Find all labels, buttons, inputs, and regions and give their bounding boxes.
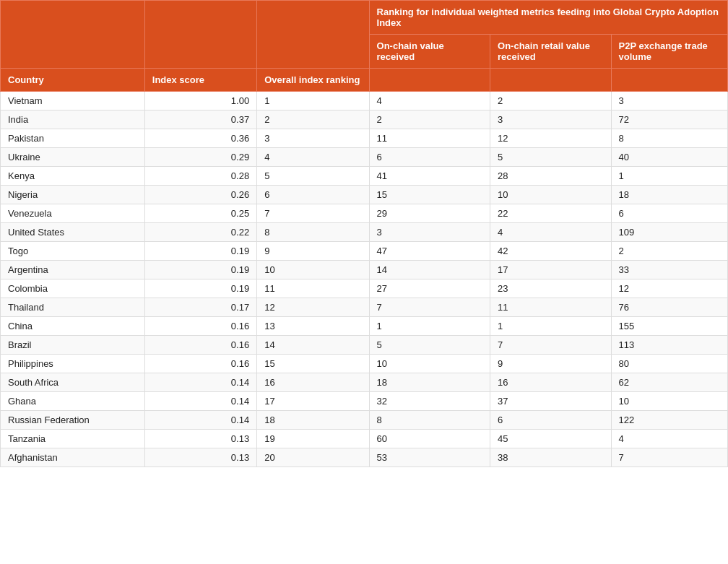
cell-index: 0.37	[144, 110, 256, 129]
cell-onchain-value: 47	[369, 242, 490, 261]
cell-onchain-value: 32	[369, 392, 490, 411]
cell-p2p: 72	[611, 110, 728, 129]
cell-retail: 45	[490, 430, 611, 448]
cell-p2p: 40	[611, 148, 728, 167]
cell-p2p: 155	[611, 317, 728, 336]
cell-p2p: 122	[611, 411, 728, 430]
cell-retail: 12	[490, 129, 611, 148]
cell-p2p: 10	[611, 392, 728, 411]
cell-onchain-value: 14	[369, 261, 490, 279]
cell-country: Afghanistan	[1, 448, 145, 467]
cell-overall: 11	[257, 279, 369, 298]
table-row: Venezuela0.25729226	[1, 204, 728, 223]
cell-country: Pakistan	[1, 129, 145, 148]
cell-onchain-value: 15	[369, 186, 490, 204]
cell-index: 0.36	[144, 129, 256, 148]
table-row: Russian Federation0.141886122	[1, 411, 728, 430]
cell-index: 0.14	[144, 373, 256, 392]
cell-index: 0.13	[144, 448, 256, 467]
cell-overall: 12	[257, 298, 369, 317]
cell-retail: 16	[490, 373, 611, 392]
cell-overall: 9	[257, 242, 369, 261]
cell-retail: 37	[490, 392, 611, 411]
table-row: Afghanistan0.132053387	[1, 448, 728, 467]
table-row: Nigeria0.266151018	[1, 186, 728, 204]
empty-col3	[257, 1, 369, 69]
cell-country: Togo	[1, 242, 145, 261]
cell-overall: 18	[257, 411, 369, 430]
cell-country: Ukraine	[1, 148, 145, 167]
table-body: Vietnam1.001423India0.3722372Pakistan0.3…	[1, 92, 728, 467]
cell-index: 0.16	[144, 355, 256, 373]
cell-overall: 4	[257, 148, 369, 167]
table-row: Togo0.19947422	[1, 242, 728, 261]
cell-retail: 6	[490, 411, 611, 430]
cell-retail: 10	[490, 186, 611, 204]
table-row: Brazil0.161457113	[1, 336, 728, 355]
cell-onchain-value: 53	[369, 448, 490, 467]
cell-onchain-value: 5	[369, 336, 490, 355]
table-row: Ukraine0.2946540	[1, 148, 728, 167]
cell-retail: 23	[490, 279, 611, 298]
crypto-adoption-table: Ranking for individual weighted metrics …	[0, 0, 728, 467]
cell-overall: 6	[257, 186, 369, 204]
table-row: Tanzania0.131960454	[1, 430, 728, 448]
cell-p2p: 76	[611, 298, 728, 317]
table-row: Argentina0.1910141733	[1, 261, 728, 279]
cell-index: 0.14	[144, 411, 256, 430]
cell-index: 0.19	[144, 242, 256, 261]
table-row: Vietnam1.001423	[1, 92, 728, 110]
ranking-banner: Ranking for individual weighted metrics …	[369, 1, 727, 35]
cell-country: United States	[1, 223, 145, 242]
cell-country: South Africa	[1, 373, 145, 392]
cell-country: China	[1, 317, 145, 336]
cell-country: Argentina	[1, 261, 145, 279]
col-header-p2p2	[611, 69, 728, 92]
cell-retail: 2	[490, 92, 611, 110]
cell-retail: 9	[490, 355, 611, 373]
col-header-overall: Overall index ranking	[257, 69, 369, 92]
table-row: Philippines0.161510980	[1, 355, 728, 373]
banner-row: Ranking for individual weighted metrics …	[1, 1, 728, 35]
cell-retail: 38	[490, 448, 611, 467]
cell-onchain-value: 4	[369, 92, 490, 110]
cell-overall: 19	[257, 430, 369, 448]
cell-overall: 1	[257, 92, 369, 110]
cell-retail: 3	[490, 110, 611, 129]
cell-index: 0.28	[144, 167, 256, 186]
cell-overall: 15	[257, 355, 369, 373]
cell-retail: 1	[490, 317, 611, 336]
cell-index: 0.29	[144, 148, 256, 167]
cell-onchain-value: 11	[369, 129, 490, 148]
cell-country: Brazil	[1, 336, 145, 355]
cell-retail: 22	[490, 204, 611, 223]
cell-country: India	[1, 110, 145, 129]
cell-index: 0.16	[144, 317, 256, 336]
table-row: South Africa0.1416181662	[1, 373, 728, 392]
cell-p2p: 113	[611, 336, 728, 355]
cell-country: Kenya	[1, 167, 145, 186]
table-row: Colombia0.1911272312	[1, 279, 728, 298]
col-header-onchain-value: On-chain value received	[369, 35, 490, 69]
cell-p2p: 62	[611, 373, 728, 392]
cell-p2p: 7	[611, 448, 728, 467]
cell-onchain-value: 60	[369, 430, 490, 448]
cell-index: 0.14	[144, 392, 256, 411]
col-header-index: Index score	[144, 69, 256, 92]
table-row: Kenya0.28541281	[1, 167, 728, 186]
cell-index: 0.22	[144, 223, 256, 242]
cell-country: Colombia	[1, 279, 145, 298]
cell-retail: 28	[490, 167, 611, 186]
cell-onchain-value: 29	[369, 204, 490, 223]
cell-overall: 13	[257, 317, 369, 336]
cell-overall: 14	[257, 336, 369, 355]
table-row: China0.161311155	[1, 317, 728, 336]
cell-p2p: 18	[611, 186, 728, 204]
cell-country: Venezuela	[1, 204, 145, 223]
cell-index: 0.13	[144, 430, 256, 448]
table-row: Pakistan0.36311128	[1, 129, 728, 148]
cell-p2p: 6	[611, 204, 728, 223]
cell-p2p: 3	[611, 92, 728, 110]
cell-p2p: 8	[611, 129, 728, 148]
cell-onchain-value: 6	[369, 148, 490, 167]
